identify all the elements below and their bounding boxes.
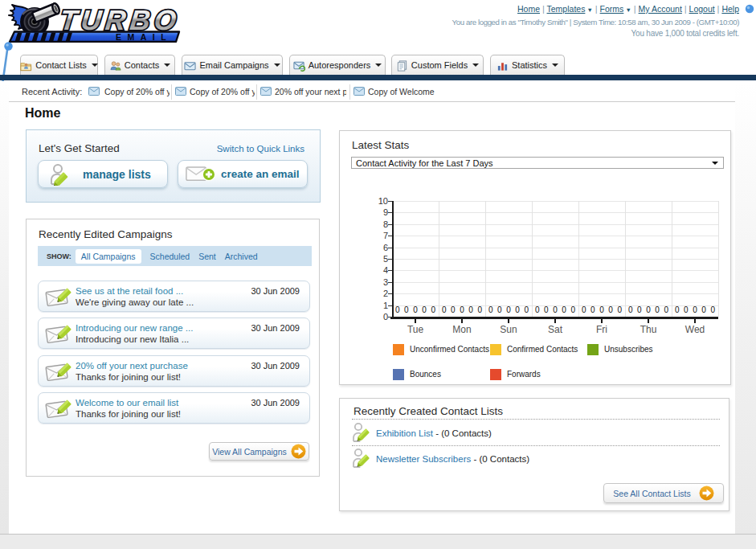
svg-text:TURBO: TURBO bbox=[59, 4, 179, 35]
svg-text:EMAIL: EMAIL bbox=[116, 32, 172, 42]
